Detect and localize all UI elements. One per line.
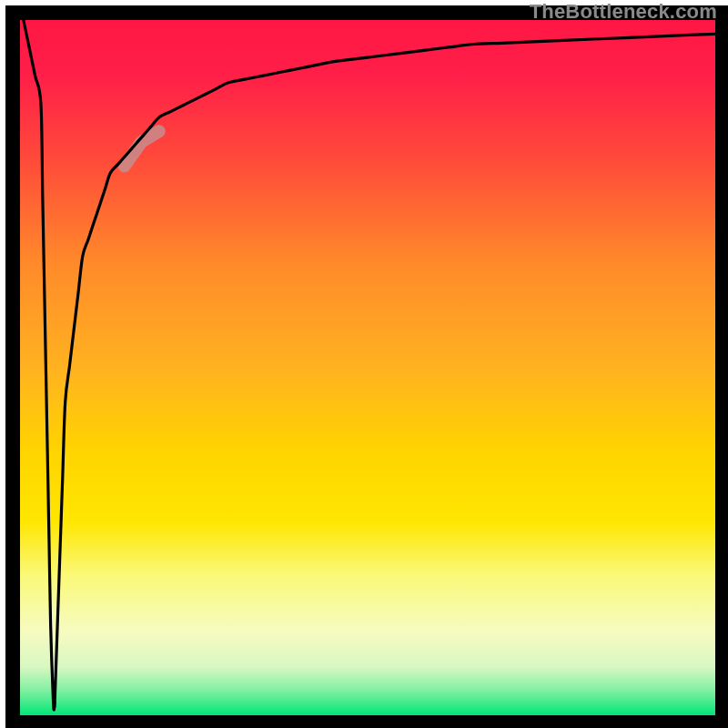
watermark-text: TheBottleneck.com: [530, 0, 717, 24]
plot-background: [20, 20, 715, 715]
chart-svg: [0, 0, 728, 728]
chart-container: TheBottleneck.com: [0, 0, 728, 728]
